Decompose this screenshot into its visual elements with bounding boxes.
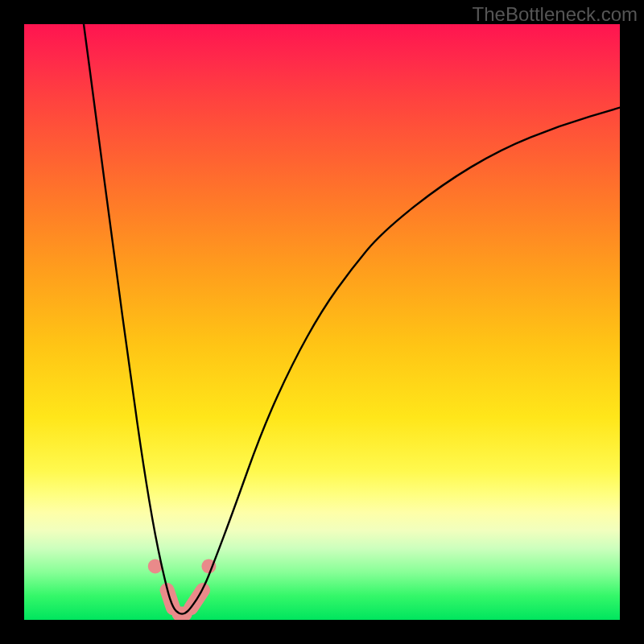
bottleneck-curve xyxy=(84,24,620,614)
watermark-text: TheBottleneck.com xyxy=(473,3,638,26)
chart-container: TheBottleneck.com xyxy=(0,0,644,644)
highlight-markers xyxy=(148,559,217,613)
plot-area xyxy=(24,24,620,620)
curve-svg xyxy=(24,24,620,620)
